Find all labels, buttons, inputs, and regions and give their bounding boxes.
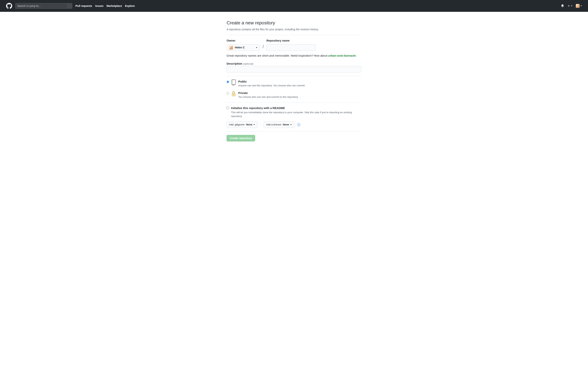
- repo-name-group: Repository name: [266, 39, 316, 51]
- owner-avatar-icon: [229, 46, 233, 50]
- github-logo-icon[interactable]: [6, 3, 12, 9]
- owner-repo-separator: /: [262, 44, 264, 51]
- visibility-public-desc: Anyone can see this repository. You choo…: [238, 84, 305, 88]
- init-readme-checkbox[interactable]: [227, 107, 229, 109]
- svg-point-3: [233, 94, 234, 95]
- suggested-name-link[interactable]: urban-octo-barnacle: [328, 54, 356, 57]
- gitignore-select[interactable]: Add .gitignore: None: [227, 121, 257, 128]
- nav-pull-requests[interactable]: Pull requests: [75, 4, 92, 8]
- chevron-down-icon: [290, 124, 292, 125]
- main-container: Create a new repository A repository con…: [223, 20, 365, 142]
- visibility-private-title: Private: [238, 91, 248, 95]
- license-info-icon[interactable]: i: [297, 123, 300, 126]
- description-input[interactable]: [227, 66, 361, 72]
- header-actions: [561, 4, 582, 8]
- chevron-down-icon: [256, 47, 257, 48]
- chevron-down-icon: [253, 124, 255, 125]
- description-label: Description (optional): [227, 62, 253, 65]
- license-select[interactable]: Add a license: None: [264, 121, 294, 128]
- lock-icon: [231, 91, 236, 98]
- create-new-dropdown[interactable]: [567, 5, 572, 7]
- page-subtitle: A repository contains all the files for …: [227, 27, 361, 32]
- repo-name-input[interactable]: [266, 44, 316, 51]
- repo-name-hint: Great repository names are short and mem…: [227, 54, 361, 58]
- owner-value: Helen C: [235, 45, 245, 50]
- nav-marketplace[interactable]: Marketplace: [107, 4, 122, 8]
- owner-label: Owner: [227, 39, 260, 43]
- repo-public-icon: [231, 79, 236, 87]
- repo-name-label: Repository name: [266, 39, 316, 43]
- visibility-private-radio[interactable]: [227, 92, 229, 95]
- search-wrap: /: [15, 3, 72, 9]
- init-readme-desc: This will let you immediately clone the …: [231, 110, 357, 118]
- nav-issues[interactable]: Issues: [95, 4, 104, 8]
- svg-rect-0: [232, 80, 236, 84]
- search-input[interactable]: [15, 3, 72, 9]
- owner-select[interactable]: Helen C: [227, 44, 260, 51]
- search-slash-hint: /: [67, 4, 71, 8]
- visibility-public-radio[interactable]: [227, 81, 229, 83]
- visibility-public-option[interactable]: Public Anyone can see this repository. Y…: [227, 79, 361, 88]
- init-readme-option[interactable]: Initialize this repository with a README…: [227, 106, 361, 118]
- create-repository-button[interactable]: Create repository: [227, 135, 255, 142]
- user-menu[interactable]: [576, 4, 582, 8]
- primary-nav: Pull requests Issues Marketplace Explore: [75, 4, 135, 8]
- user-avatar-icon: [576, 4, 580, 8]
- visibility-private-option[interactable]: Private You choose who can see and commi…: [227, 91, 361, 99]
- owner-group: Owner Helen C: [227, 39, 260, 51]
- visibility-private-desc: You choose who can see and commit to thi…: [238, 95, 299, 99]
- divider: [261, 122, 261, 127]
- page-title: Create a new repository: [227, 20, 361, 26]
- visibility-public-title: Public: [238, 80, 247, 83]
- notifications-icon[interactable]: [561, 4, 564, 7]
- global-header: / Pull requests Issues Marketplace Explo…: [0, 0, 588, 12]
- nav-explore[interactable]: Explore: [125, 4, 135, 8]
- init-readme-title: Initialize this repository with a README: [231, 106, 285, 110]
